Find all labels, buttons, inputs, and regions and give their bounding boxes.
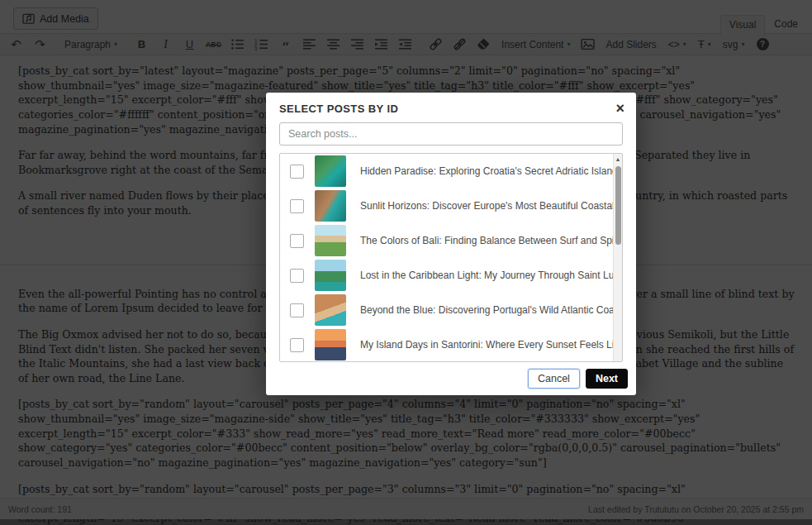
post-title: Hidden Paradise: Exploring Croatia's Sec… xyxy=(360,165,622,177)
post-title: Sunlit Horizons: Discover Europe's Most … xyxy=(360,200,622,212)
post-checkbox[interactable] xyxy=(290,234,304,248)
modal-header: SELECT POSTS BY ID × xyxy=(266,93,636,121)
scrollbar-thumb[interactable] xyxy=(615,166,621,245)
select-posts-modal: SELECT POSTS BY ID × Hidden Paradise: Ex… xyxy=(266,93,636,395)
post-thumbnail xyxy=(315,329,346,360)
post-thumbnail xyxy=(315,260,346,291)
post-thumbnail xyxy=(315,225,346,256)
post-row[interactable]: My Island Days in Santorini: Where Every… xyxy=(280,327,622,362)
post-checkbox[interactable] xyxy=(290,338,304,352)
modal-footer: Cancel Next xyxy=(266,362,636,395)
posts-list: Hidden Paradise: Exploring Croatia's Sec… xyxy=(280,154,622,362)
post-title: The Colors of Bali: Finding Balance Betw… xyxy=(360,235,622,246)
modal-title: SELECT POSTS BY ID xyxy=(279,103,398,115)
wordpress-editor-page: Add Media Visual Code ↶ ↷ Paragraph ▾ B … xyxy=(0,0,812,525)
post-thumbnail xyxy=(315,190,346,222)
post-checkbox[interactable] xyxy=(290,199,304,213)
post-thumbnail xyxy=(315,155,346,187)
post-row[interactable]: Beyond the Blue: Discovering Portugal's … xyxy=(280,293,622,327)
post-checkbox[interactable] xyxy=(290,303,304,317)
cancel-button[interactable]: Cancel xyxy=(528,369,580,389)
post-title: Lost in the Caribbean Light: My Journey … xyxy=(360,270,622,281)
post-row[interactable]: The Colors of Bali: Finding Balance Betw… xyxy=(280,223,622,258)
close-icon[interactable]: × xyxy=(615,101,624,116)
post-row[interactable]: Sunlit Horizons: Discover Europe's Most … xyxy=(280,189,622,223)
next-button[interactable]: Next xyxy=(586,369,628,389)
post-title: Beyond the Blue: Discovering Portugal's … xyxy=(360,304,622,316)
scroll-up-icon[interactable]: ▲ xyxy=(614,154,622,162)
post-title: My Island Days in Santorini: Where Every… xyxy=(360,339,622,351)
posts-list-container: Hidden Paradise: Exploring Croatia's Sec… xyxy=(279,153,623,362)
post-checkbox[interactable] xyxy=(290,165,304,179)
post-checkbox[interactable] xyxy=(290,269,304,283)
search-input[interactable] xyxy=(279,122,623,146)
scrollbar[interactable]: ▲ xyxy=(613,154,622,361)
post-row[interactable]: Lost in the Caribbean Light: My Journey … xyxy=(280,258,622,293)
post-thumbnail xyxy=(315,294,346,326)
post-row[interactable]: Hidden Paradise: Exploring Croatia's Sec… xyxy=(280,154,622,189)
